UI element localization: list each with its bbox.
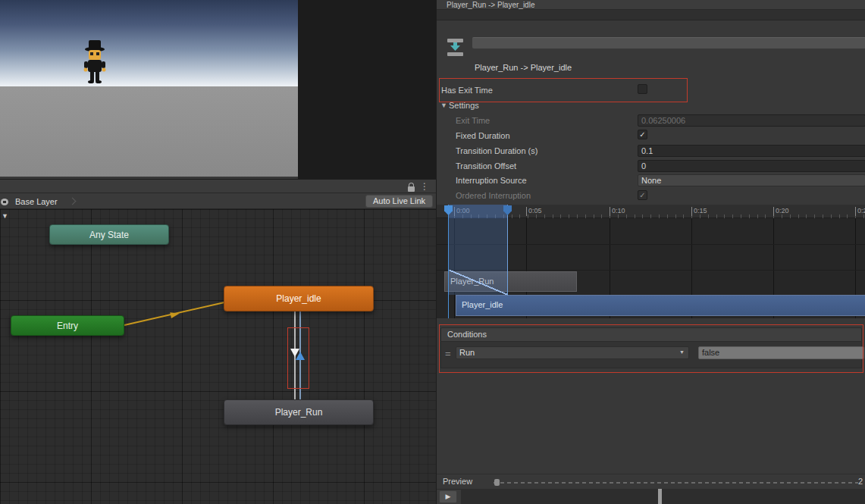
- transition-timeline[interactable]: 0:00 0:05 0:10 0:15 0:20 0:25 Player_Run…: [437, 205, 865, 318]
- crossfade-region: [448, 270, 507, 295]
- interruption-source-dropdown[interactable]: None: [638, 174, 865, 186]
- auto-live-link-button[interactable]: Auto Live Link: [365, 195, 433, 208]
- drag-handle-icon[interactable]: =: [445, 348, 451, 359]
- ordered-interruption-checkbox: ✓: [638, 190, 647, 200]
- dropdown-arrow-icon: ▼: [679, 349, 685, 355]
- has-exit-time-checkbox[interactable]: [638, 84, 647, 94]
- ruler-minor-ticks: [454, 214, 865, 218]
- context-menu-icon[interactable]: ⋮: [420, 181, 429, 192]
- transition-duration-field[interactable]: 0.1: [638, 145, 865, 157]
- inspector-title-bar: Player_Run -> Player_idle: [437, 0, 865, 10]
- transition-offset-label: Transition Offset: [456, 161, 516, 171]
- node-player-run[interactable]: Player_Run: [224, 399, 374, 425]
- settings-foldout-icon[interactable]: ▼: [440, 102, 447, 109]
- transition-duration-label: Transition Duration (s): [456, 146, 537, 156]
- node-any-state[interactable]: Any State: [49, 224, 169, 245]
- play-button[interactable]: ▶: [439, 490, 457, 503]
- animator-window: ⋮ Base Layer Auto Live Link ▼ Any State …: [0, 179, 436, 504]
- player-character-sprite: [81, 39, 108, 86]
- tick-label: 0:20: [773, 207, 789, 216]
- preview-corner-text: 2: [858, 476, 863, 487]
- breadcrumb-base-layer[interactable]: Base Layer: [15, 197, 58, 206]
- transition-name-label: Player_Run -> Player_idle: [475, 62, 572, 73]
- node-player-idle[interactable]: Player_idle: [224, 286, 374, 311]
- transition-name-field[interactable]: [472, 37, 865, 49]
- transition-end-marker[interactable]: [507, 205, 508, 296]
- preview-label: Preview: [443, 476, 472, 487]
- preview-scrub-area[interactable]: [461, 489, 865, 504]
- settings-label[interactable]: Settings: [449, 100, 479, 111]
- lock-icon-body: [408, 186, 415, 192]
- state-machine-graph[interactable]: ▼ Any State Player_idle Entry Player_Run: [0, 209, 436, 504]
- inspector-panel: Player_Run -> Player_idle Player_Run -> …: [436, 0, 865, 504]
- tick-label: 0:10: [610, 207, 625, 216]
- animator-toolbar: ⋮: [0, 179, 436, 193]
- transition-selection-band: [448, 218, 507, 270]
- ground-plane: [0, 86, 298, 177]
- inspector-sub-bar: [437, 10, 865, 20]
- sky-background: [0, 0, 298, 86]
- eye-icon[interactable]: [1, 199, 8, 205]
- transition-offset-field[interactable]: 0: [638, 160, 865, 172]
- exit-time-field: 0.06250006: [638, 114, 865, 127]
- condition-value-dropdown[interactable]: false: [698, 346, 864, 359]
- tick-label: 0:15: [691, 207, 707, 216]
- timeline-bar-player-idle[interactable]: Player_idle: [456, 295, 865, 316]
- transition-start-marker[interactable]: [448, 205, 449, 318]
- entry-to-idle-arrow-icon: [170, 311, 180, 318]
- preview-scrub-handle[interactable]: [658, 489, 662, 504]
- empty-editor-area: [298, 0, 436, 179]
- transition-selection-band: [448, 205, 507, 218]
- fixed-duration-checkbox[interactable]: ✓: [638, 130, 647, 139]
- unity-editor-window: ⋮ Base Layer Auto Live Link ▼ Any State …: [0, 0, 865, 504]
- ordered-interruption-label: Ordered Interruption: [456, 190, 531, 201]
- has-exit-time-label: Has Exit Time: [441, 85, 493, 95]
- conditions-header: Conditions: [440, 327, 862, 342]
- condition-parameter-dropdown[interactable]: Run: [456, 346, 689, 359]
- preview-slider-handle[interactable]: [494, 479, 500, 486]
- game-view: [0, 0, 298, 177]
- interruption-source-label: Interruption Source: [456, 175, 527, 186]
- preview-header: [437, 474, 865, 489]
- tick-label: 0:05: [526, 207, 542, 216]
- tick-label: 0:25: [855, 207, 865, 216]
- transition-icon: [446, 37, 465, 58]
- fixed-duration-label: Fixed Duration: [456, 130, 510, 141]
- exit-time-label: Exit Time: [456, 115, 490, 126]
- preview-slider[interactable]: [494, 482, 858, 484]
- node-entry[interactable]: Entry: [11, 315, 124, 336]
- transition-edges: [0, 209, 436, 504]
